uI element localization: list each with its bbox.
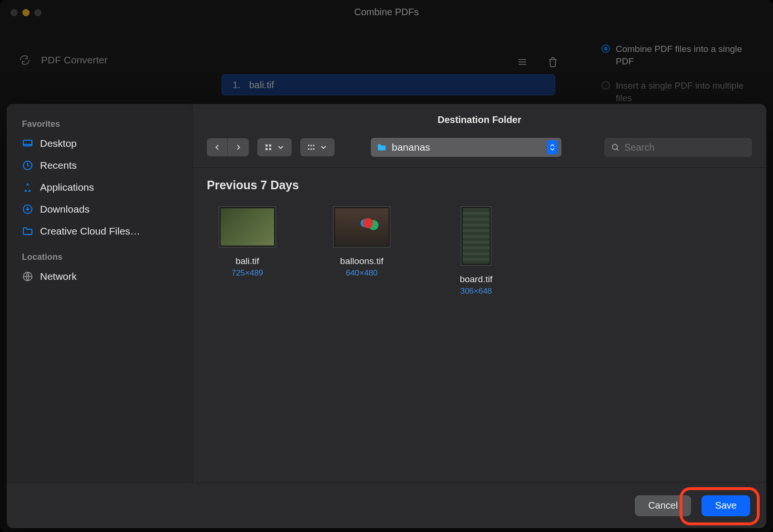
- sidebar-item-label: Creative Cloud Files…: [40, 225, 140, 237]
- view-icon-grid-button[interactable]: [257, 138, 292, 156]
- back-button[interactable]: [207, 138, 228, 156]
- sidebar-item-applications[interactable]: Applications: [19, 180, 183, 195]
- file-name: board.tif: [440, 274, 512, 285]
- section-header: Previous 7 Days: [193, 168, 766, 197]
- svg-rect-14: [311, 145, 312, 146]
- svg-rect-13: [308, 148, 309, 150]
- file-item[interactable]: balloons.tif 640×480: [326, 206, 397, 278]
- clock-icon: [22, 160, 33, 171]
- network-icon: [22, 271, 33, 282]
- file-dimensions: 306×648: [440, 286, 512, 296]
- sidebar-item-creative-cloud[interactable]: Creative Cloud Files…: [19, 224, 183, 239]
- save-panel: Favorites Desktop Recents Applications D…: [7, 104, 766, 528]
- search-field[interactable]: [604, 138, 752, 157]
- svg-line-19: [617, 149, 619, 151]
- thumbnail-icon: [219, 206, 276, 247]
- file-item[interactable]: bali.tif 725×489: [212, 206, 283, 278]
- sidebar-item-desktop[interactable]: Desktop: [19, 136, 183, 151]
- downloads-icon: [22, 204, 33, 215]
- chevron-down-icon: [319, 143, 328, 152]
- svg-rect-16: [313, 145, 315, 146]
- svg-rect-9: [269, 144, 272, 147]
- applications-icon: [22, 182, 33, 193]
- file-name: bali.tif: [212, 256, 283, 266]
- sidebar-favorites-heading: Favorites: [22, 119, 180, 129]
- sidebar-item-label: Downloads: [40, 204, 90, 215]
- sidebar: Favorites Desktop Recents Applications D…: [7, 104, 193, 482]
- sidebar-item-network[interactable]: Network: [19, 269, 183, 284]
- sidebar-item-downloads[interactable]: Downloads: [19, 202, 183, 217]
- search-icon: [611, 143, 620, 152]
- browser-main: Destination Folder: [193, 104, 766, 482]
- browser-toolbar: bananas: [193, 138, 766, 168]
- search-input[interactable]: [624, 142, 745, 153]
- file-item[interactable]: board.tif 306×648: [440, 206, 512, 296]
- svg-rect-10: [265, 148, 268, 151]
- file-dimensions: 640×480: [326, 268, 397, 278]
- thumbnail-icon: [461, 206, 491, 266]
- desktop-icon: [22, 138, 33, 149]
- cancel-button[interactable]: Cancel: [635, 495, 691, 516]
- chevron-left-icon: [214, 143, 221, 151]
- nav-seg: [207, 138, 249, 156]
- thumbnail-icon: [333, 206, 390, 247]
- group-icon: [307, 143, 315, 152]
- file-gallery: bali.tif 725×489 balloons.tif 640×480 bo…: [193, 197, 766, 306]
- sheet-footer: Cancel Save: [7, 482, 766, 528]
- chevron-right-icon: [234, 143, 242, 151]
- svg-rect-12: [308, 145, 309, 146]
- svg-rect-11: [269, 148, 272, 151]
- updown-stepper-icon: [547, 140, 558, 154]
- app-window: Combine PDFs PDF Converter 1. bali.tif C…: [0, 0, 773, 532]
- svg-rect-15: [311, 148, 312, 150]
- grid-icon: [264, 143, 273, 152]
- sheet-title: Destination Folder: [193, 104, 766, 138]
- forward-button[interactable]: [228, 138, 249, 156]
- svg-rect-17: [313, 148, 315, 150]
- folder-icon: [376, 142, 387, 153]
- svg-rect-8: [265, 144, 268, 147]
- group-by-button[interactable]: [300, 138, 335, 156]
- folder-popup-button[interactable]: bananas: [371, 138, 561, 157]
- sidebar-item-recents[interactable]: Recents: [19, 158, 183, 173]
- chevron-down-icon: [276, 143, 285, 152]
- sidebar-item-label: Applications: [40, 182, 94, 193]
- file-dimensions: 725×489: [212, 268, 283, 278]
- folder-icon: [22, 225, 33, 237]
- sidebar-item-label: Recents: [40, 160, 77, 171]
- file-name: balloons.tif: [326, 256, 397, 266]
- svg-rect-3: [23, 140, 32, 146]
- folder-name: bananas: [392, 142, 542, 153]
- sidebar-locations-heading: Locations: [22, 252, 180, 262]
- sidebar-item-label: Desktop: [40, 138, 77, 149]
- svg-point-18: [612, 144, 618, 150]
- save-button[interactable]: Save: [702, 495, 750, 516]
- sidebar-item-label: Network: [40, 271, 77, 282]
